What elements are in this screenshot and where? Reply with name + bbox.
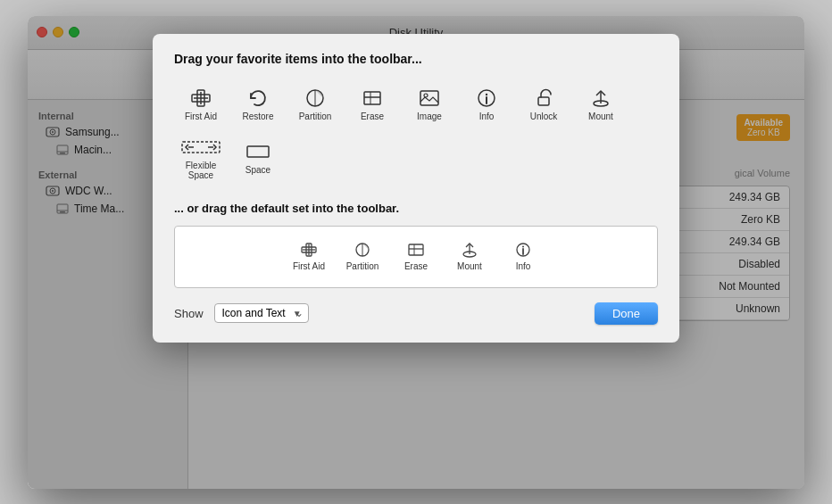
modal-erase-icon — [362, 88, 383, 108]
modal-unlock-icon — [533, 88, 554, 108]
default-mount-icon — [461, 242, 478, 258]
svg-point-39 — [486, 94, 487, 95]
default-first-aid-label: First Aid — [293, 261, 325, 271]
modal-mount-icon — [590, 88, 612, 108]
modal-item-info[interactable]: Info — [460, 80, 513, 130]
modal-first-aid-icon — [190, 88, 212, 108]
toolbar-items-grid: First Aid Restore — [174, 80, 658, 184]
modal-restore-icon — [247, 88, 269, 108]
svg-rect-36 — [420, 91, 438, 105]
default-info-label: Info — [516, 261, 531, 271]
default-partition: Partition — [337, 234, 387, 280]
default-info: Info — [498, 234, 548, 280]
show-select[interactable]: Icon and Text Icon Only Text Only — [214, 303, 309, 323]
default-partition-icon — [354, 242, 371, 258]
done-button[interactable]: Done — [595, 302, 658, 325]
svg-rect-54 — [409, 244, 423, 255]
modal-flexible-space-icon — [181, 137, 220, 157]
modal-image-label: Image — [417, 112, 442, 121]
svg-rect-33 — [364, 92, 380, 104]
modal-info-label: Info — [479, 112, 495, 121]
modal-title: Drag your favorite items into the toolba… — [174, 52, 658, 66]
default-erase: Erase — [391, 234, 441, 280]
modal-item-mount[interactable]: Mount — [574, 80, 628, 130]
default-first-aid: First Aid — [284, 234, 334, 280]
default-first-aid-icon — [300, 242, 318, 258]
svg-point-60 — [522, 246, 524, 248]
default-toolbar-area[interactable]: First Aid Partition — [174, 226, 658, 288]
default-erase-label: Erase — [404, 261, 428, 271]
svg-point-37 — [424, 94, 428, 97]
svg-rect-47 — [247, 146, 269, 157]
show-select-wrapper[interactable]: Icon and Text Icon Only Text Only ▼ — [214, 303, 309, 323]
svg-rect-41 — [538, 97, 549, 105]
modal-erase-label: Erase — [361, 112, 384, 121]
modal-space-label: Space — [245, 165, 270, 175]
modal-info-icon — [476, 88, 497, 108]
main-window: Disk Utility First Aid — [28, 16, 804, 489]
modal-flexible-space-label: Flexible Space — [174, 161, 228, 180]
modal-image-icon — [419, 88, 440, 108]
default-info-icon — [514, 242, 532, 258]
customize-toolbar-modal: Drag your favorite items into the toolba… — [153, 34, 679, 343]
modal-footer: Show Icon and Text Icon Only Text Only ▼… — [174, 302, 658, 325]
modal-item-flexible-space[interactable]: Flexible Space — [174, 134, 228, 184]
modal-item-space[interactable]: Space — [231, 134, 285, 184]
modal-item-erase[interactable]: Erase — [345, 80, 399, 130]
default-erase-icon — [407, 242, 425, 258]
modal-overlay: Drag your favorite items into the toolba… — [28, 16, 804, 489]
modal-item-unlock[interactable]: Unlock — [517, 80, 570, 130]
modal-first-aid-label: First Aid — [185, 112, 217, 121]
modal-item-first-aid[interactable]: First Aid — [174, 80, 228, 130]
modal-partition-label: Partition — [299, 112, 332, 121]
default-mount: Mount — [445, 234, 495, 280]
show-label: Show — [174, 307, 204, 320]
modal-restore-label: Restore — [242, 112, 273, 121]
modal-mount-label: Mount — [588, 112, 613, 121]
modal-item-restore[interactable]: Restore — [231, 80, 285, 130]
default-partition-label: Partition — [346, 261, 379, 271]
modal-space-icon — [245, 142, 271, 161]
default-mount-label: Mount — [457, 261, 482, 271]
modal-partition-icon — [304, 88, 326, 108]
modal-item-partition[interactable]: Partition — [288, 80, 342, 130]
modal-unlock-label: Unlock — [530, 112, 558, 121]
svg-rect-44 — [182, 142, 220, 153]
modal-item-image[interactable]: Image — [403, 80, 456, 130]
modal-divider-text: ... or drag the default set into the too… — [174, 202, 658, 215]
